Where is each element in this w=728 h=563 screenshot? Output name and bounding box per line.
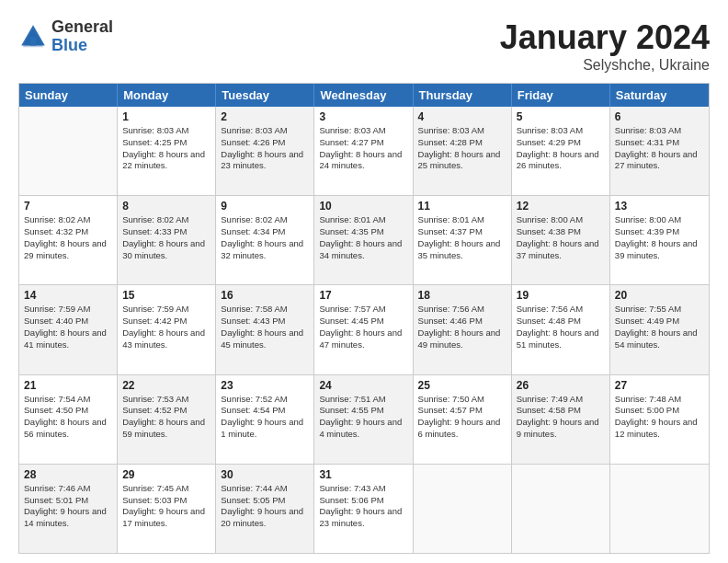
calendar-cell: 28Sunrise: 7:46 AM Sunset: 5:01 PM Dayli… <box>19 465 118 553</box>
day-number: 5 <box>517 110 605 123</box>
calendar-cell: 31Sunrise: 7:43 AM Sunset: 5:06 PM Dayli… <box>314 465 413 553</box>
day-number: 30 <box>221 468 309 481</box>
calendar-cell: 10Sunrise: 8:01 AM Sunset: 4:35 PM Dayli… <box>314 196 413 284</box>
day-number: 8 <box>122 200 210 213</box>
cell-text: Sunrise: 7:56 AM Sunset: 4:46 PM Dayligh… <box>418 304 506 350</box>
day-number: 21 <box>24 379 112 392</box>
day-number: 9 <box>221 200 309 213</box>
logo-icon <box>18 22 48 52</box>
svg-rect-2 <box>30 37 36 46</box>
day-number: 3 <box>319 110 407 123</box>
header-cell-tuesday: Tuesday <box>216 84 314 107</box>
calendar-cell: 25Sunrise: 7:50 AM Sunset: 4:57 PM Dayli… <box>414 375 512 464</box>
cell-text: Sunrise: 7:55 AM Sunset: 4:49 PM Dayligh… <box>615 304 704 350</box>
day-number: 24 <box>319 379 407 392</box>
calendar-cell: 5Sunrise: 8:03 AM Sunset: 4:29 PM Daylig… <box>512 107 610 195</box>
cell-text: Sunrise: 8:01 AM Sunset: 4:37 PM Dayligh… <box>418 214 506 261</box>
cell-text: Sunrise: 7:53 AM Sunset: 4:52 PM Dayligh… <box>122 394 210 441</box>
day-number: 18 <box>418 289 506 302</box>
calendar-cell: 26Sunrise: 7:49 AM Sunset: 4:58 PM Dayli… <box>512 375 610 464</box>
cell-text: Sunrise: 7:52 AM Sunset: 4:54 PM Dayligh… <box>221 394 309 441</box>
calendar-cell <box>610 465 709 553</box>
calendar-cell: 6Sunrise: 8:03 AM Sunset: 4:31 PM Daylig… <box>610 107 709 195</box>
calendar-cell: 8Sunrise: 8:02 AM Sunset: 4:33 PM Daylig… <box>118 196 216 284</box>
cell-text: Sunrise: 7:51 AM Sunset: 4:55 PM Dayligh… <box>319 394 407 441</box>
cell-text: Sunrise: 7:50 AM Sunset: 4:57 PM Dayligh… <box>418 394 506 441</box>
cell-text: Sunrise: 7:58 AM Sunset: 4:43 PM Dayligh… <box>221 304 309 350</box>
calendar-cell: 17Sunrise: 7:57 AM Sunset: 4:45 PM Dayli… <box>314 285 413 373</box>
day-number: 29 <box>122 468 210 481</box>
cell-text: Sunrise: 7:59 AM Sunset: 4:40 PM Dayligh… <box>24 304 112 350</box>
day-number: 22 <box>122 379 210 392</box>
day-number: 15 <box>122 289 210 302</box>
cell-text: Sunrise: 7:57 AM Sunset: 4:45 PM Dayligh… <box>319 304 407 350</box>
cell-text: Sunrise: 8:03 AM Sunset: 4:28 PM Dayligh… <box>418 125 506 172</box>
calendar-cell: 23Sunrise: 7:52 AM Sunset: 4:54 PM Dayli… <box>216 375 314 464</box>
calendar-row-0: 1Sunrise: 8:03 AM Sunset: 4:25 PM Daylig… <box>19 107 709 195</box>
calendar-cell: 11Sunrise: 8:01 AM Sunset: 4:37 PM Dayli… <box>414 196 512 284</box>
calendar-cell: 9Sunrise: 8:02 AM Sunset: 4:34 PM Daylig… <box>216 196 314 284</box>
calendar-row-3: 21Sunrise: 7:54 AM Sunset: 4:50 PM Dayli… <box>19 374 709 464</box>
day-number: 6 <box>615 110 704 123</box>
cell-text: Sunrise: 8:03 AM Sunset: 4:29 PM Dayligh… <box>517 125 605 172</box>
calendar-row-2: 14Sunrise: 7:59 AM Sunset: 4:40 PM Dayli… <box>19 284 709 373</box>
header: General Blue January 2024 Selyshche, Ukr… <box>18 18 710 74</box>
day-number: 11 <box>418 200 506 213</box>
day-number: 31 <box>319 468 407 481</box>
calendar-cell: 4Sunrise: 8:03 AM Sunset: 4:28 PM Daylig… <box>414 107 512 195</box>
cell-text: Sunrise: 7:48 AM Sunset: 5:00 PM Dayligh… <box>615 394 704 441</box>
header-cell-thursday: Thursday <box>414 84 512 107</box>
calendar-cell: 1Sunrise: 8:03 AM Sunset: 4:25 PM Daylig… <box>118 107 216 195</box>
day-number: 12 <box>517 200 605 213</box>
header-cell-monday: Monday <box>118 84 216 107</box>
calendar-cell: 24Sunrise: 7:51 AM Sunset: 4:55 PM Dayli… <box>314 375 413 464</box>
cell-text: Sunrise: 8:00 AM Sunset: 4:38 PM Dayligh… <box>517 214 605 261</box>
calendar-cell: 22Sunrise: 7:53 AM Sunset: 4:52 PM Dayli… <box>118 375 216 464</box>
day-number: 25 <box>418 379 506 392</box>
cell-text: Sunrise: 8:02 AM Sunset: 4:32 PM Dayligh… <box>24 214 112 261</box>
calendar-cell <box>512 465 610 553</box>
day-number: 17 <box>319 289 407 302</box>
calendar-cell <box>19 107 118 195</box>
calendar: SundayMondayTuesdayWednesdayThursdayFrid… <box>18 83 710 554</box>
calendar-cell: 30Sunrise: 7:44 AM Sunset: 5:05 PM Dayli… <box>216 465 314 553</box>
cell-text: Sunrise: 7:54 AM Sunset: 4:50 PM Dayligh… <box>24 394 112 441</box>
calendar-cell: 2Sunrise: 8:03 AM Sunset: 4:26 PM Daylig… <box>216 107 314 195</box>
cell-text: Sunrise: 8:03 AM Sunset: 4:25 PM Dayligh… <box>122 125 210 172</box>
subtitle: Selyshche, Ukraine <box>500 57 710 74</box>
cell-text: Sunrise: 8:03 AM Sunset: 4:26 PM Dayligh… <box>221 125 309 172</box>
calendar-cell <box>414 465 512 553</box>
day-number: 7 <box>24 200 112 213</box>
logo: General Blue <box>18 18 113 55</box>
cell-text: Sunrise: 8:01 AM Sunset: 4:35 PM Dayligh… <box>319 214 407 261</box>
cell-text: Sunrise: 8:03 AM Sunset: 4:31 PM Dayligh… <box>615 125 704 172</box>
day-number: 28 <box>24 468 112 481</box>
calendar-cell: 7Sunrise: 8:02 AM Sunset: 4:32 PM Daylig… <box>19 196 118 284</box>
day-number: 27 <box>615 379 704 392</box>
header-cell-saturday: Saturday <box>610 84 709 107</box>
calendar-cell: 3Sunrise: 8:03 AM Sunset: 4:27 PM Daylig… <box>314 107 413 195</box>
header-cell-friday: Friday <box>512 84 610 107</box>
calendar-cell: 29Sunrise: 7:45 AM Sunset: 5:03 PM Dayli… <box>118 465 216 553</box>
calendar-row-4: 28Sunrise: 7:46 AM Sunset: 5:01 PM Dayli… <box>19 464 709 553</box>
cell-text: Sunrise: 8:00 AM Sunset: 4:39 PM Dayligh… <box>615 214 704 261</box>
day-number: 26 <box>517 379 605 392</box>
calendar-cell: 16Sunrise: 7:58 AM Sunset: 4:43 PM Dayli… <box>216 285 314 373</box>
day-number: 16 <box>221 289 309 302</box>
cell-text: Sunrise: 8:02 AM Sunset: 4:33 PM Dayligh… <box>122 214 210 261</box>
day-number: 10 <box>319 200 407 213</box>
cell-text: Sunrise: 7:43 AM Sunset: 5:06 PM Dayligh… <box>319 483 407 530</box>
cell-text: Sunrise: 8:03 AM Sunset: 4:27 PM Dayligh… <box>319 125 407 172</box>
calendar-header-row: SundayMondayTuesdayWednesdayThursdayFrid… <box>19 84 709 107</box>
calendar-cell: 18Sunrise: 7:56 AM Sunset: 4:46 PM Dayli… <box>414 285 512 373</box>
calendar-row-1: 7Sunrise: 8:02 AM Sunset: 4:32 PM Daylig… <box>19 195 709 284</box>
calendar-cell: 20Sunrise: 7:55 AM Sunset: 4:49 PM Dayli… <box>610 285 709 373</box>
title-block: January 2024 Selyshche, Ukraine <box>500 18 710 74</box>
calendar-cell: 27Sunrise: 7:48 AM Sunset: 5:00 PM Dayli… <box>610 375 709 464</box>
logo-general: General <box>51 18 113 37</box>
day-number: 20 <box>615 289 704 302</box>
calendar-cell: 21Sunrise: 7:54 AM Sunset: 4:50 PM Dayli… <box>19 375 118 464</box>
calendar-cell: 13Sunrise: 8:00 AM Sunset: 4:39 PM Dayli… <box>610 196 709 284</box>
logo-blue: Blue <box>51 37 113 55</box>
cell-text: Sunrise: 7:56 AM Sunset: 4:48 PM Dayligh… <box>517 304 605 350</box>
